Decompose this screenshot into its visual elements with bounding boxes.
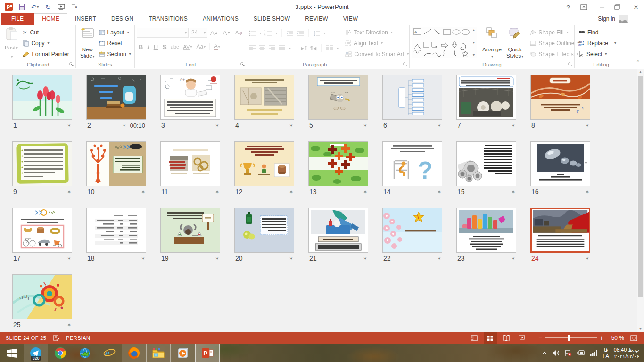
- font-size-combo[interactable]: 24▾: [190, 28, 207, 38]
- slide-sorter-area[interactable]: 1✶ 2✶00:10: [0, 69, 637, 332]
- slide-21-thumbnail[interactable]: [308, 208, 368, 253]
- tab-file[interactable]: FILE: [1, 13, 34, 25]
- slide-show-button[interactable]: [516, 332, 529, 344]
- slide-8-thumbnail[interactable]: ؟؟: [530, 75, 590, 120]
- slide-2-thumbnail[interactable]: [86, 75, 146, 120]
- slide-20-thumbnail[interactable]: [234, 208, 294, 253]
- slide-sorter-view-button[interactable]: [484, 332, 497, 344]
- fit-slide-to-window-button[interactable]: [627, 332, 640, 344]
- language-indicator[interactable]: PERSIAN: [66, 335, 90, 341]
- taskbar-powerpoint-button[interactable]: P: [195, 344, 220, 362]
- grow-font-button[interactable]: A▲: [208, 27, 220, 38]
- taskbar-firefox-button[interactable]: [122, 344, 146, 362]
- paste-button[interactable]: Paste▾: [2, 26, 21, 60]
- vertical-scrollbar[interactable]: ▲ ▼: [637, 69, 644, 332]
- shapes-gallery-scrollbar[interactable]: ▲▼▼̲: [471, 27, 477, 58]
- slide-24-thumbnail-selected[interactable]: [530, 208, 590, 253]
- increase-indent-button[interactable]: [297, 30, 304, 36]
- slide-17-thumbnail[interactable]: [12, 208, 72, 253]
- shape-outline-button[interactable]: Shape Outline▾: [528, 38, 581, 49]
- drawing-dialog-launcher[interactable]: [568, 62, 573, 67]
- paragraph-dialog-launcher[interactable]: [403, 62, 408, 67]
- slide-10-thumbnail[interactable]: [86, 141, 146, 186]
- zoom-slider-handle[interactable]: [568, 335, 570, 341]
- spell-check-icon[interactable]: [53, 335, 59, 341]
- zoom-percentage[interactable]: 50 %: [606, 335, 624, 341]
- hidden-icons-arrow[interactable]: [542, 351, 547, 355]
- slide-18-thumbnail[interactable]: [86, 208, 146, 253]
- slide-13-thumbnail[interactable]: [308, 141, 368, 186]
- tab-insert[interactable]: INSERT: [67, 14, 104, 25]
- slide-16-thumbnail[interactable]: [530, 141, 590, 186]
- replace-button[interactable]: abac Replace▾: [577, 38, 626, 49]
- tab-design[interactable]: DESIGN: [104, 14, 141, 25]
- quick-styles-button[interactable]: QuickStyles▾: [504, 26, 526, 60]
- shrink-font-button[interactable]: A▼: [221, 27, 233, 38]
- volume-icon[interactable]: [552, 350, 560, 356]
- taskbar-chrome-button[interactable]: [48, 344, 73, 362]
- underline-button[interactable]: U: [152, 41, 160, 52]
- slide-9-thumbnail[interactable]: [12, 141, 72, 186]
- tab-slideshow[interactable]: SLIDE SHOW: [246, 14, 297, 25]
- text-direction-button[interactable]: A Text Direction▾: [343, 27, 411, 38]
- justify-button[interactable]: [279, 45, 285, 51]
- text-shadow-button[interactable]: S: [160, 41, 168, 52]
- cut-button[interactable]: ✂Cut: [21, 27, 71, 38]
- slide-14-thumbnail[interactable]: ?: [382, 141, 442, 186]
- slide-5-thumbnail[interactable]: [308, 75, 368, 120]
- battery-icon[interactable]: [577, 350, 585, 356]
- action-center-flag-icon[interactable]: [564, 349, 572, 356]
- arrange-button[interactable]: Arrange▾: [480, 26, 504, 60]
- minimize-button[interactable]: ─: [597, 4, 607, 11]
- taskbar-telegram-button[interactable]: 328: [24, 344, 48, 362]
- tab-view[interactable]: VIEW: [336, 14, 365, 25]
- taskbar-clock[interactable]: ب.ظ 08:40 ۲۰۲۱/۱۲/۰۶: [614, 346, 639, 360]
- columns-button[interactable]: [326, 45, 333, 51]
- ltr-direction-button[interactable]: ¶◀: [310, 46, 316, 51]
- font-name-combo[interactable]: ▾: [137, 28, 189, 38]
- align-text-button[interactable]: Align Text▾: [343, 38, 411, 49]
- close-button[interactable]: ✕: [631, 4, 641, 11]
- input-language-indicator[interactable]: فاFA: [603, 347, 609, 359]
- font-color-button[interactable]: A▾: [212, 41, 222, 52]
- taskbar-ie-button[interactable]: e: [97, 344, 122, 362]
- help-button[interactable]: ?: [563, 4, 573, 11]
- format-painter-button[interactable]: Format Painter: [21, 49, 71, 59]
- collapse-ribbon-button[interactable]: ⌃: [636, 59, 640, 66]
- start-button[interactable]: [0, 344, 24, 362]
- taskbar-file-explorer-button[interactable]: [146, 344, 171, 362]
- sign-in-area[interactable]: Sign in: [598, 15, 628, 23]
- change-case-button[interactable]: Aa▾: [194, 41, 207, 52]
- numbering-button[interactable]: 123: [264, 30, 272, 36]
- slide-6-thumbnail[interactable]: [382, 75, 442, 120]
- decrease-indent-button[interactable]: [286, 30, 294, 36]
- slide-22-thumbnail[interactable]: ؟: [382, 208, 442, 253]
- tab-home[interactable]: HOME: [34, 13, 67, 25]
- slide-11-thumbnail[interactable]: [160, 141, 220, 186]
- new-slide-button[interactable]: NewSlide▾: [78, 26, 97, 60]
- slide-15-thumbnail[interactable]: [456, 141, 516, 186]
- tab-transitions[interactable]: TRANSITIONS: [141, 14, 195, 25]
- align-left-button[interactable]: [249, 45, 256, 51]
- network-signal-icon[interactable]: [590, 350, 598, 356]
- shapes-gallery[interactable]: A: [412, 27, 477, 58]
- bold-button[interactable]: B: [137, 41, 145, 52]
- normal-view-button[interactable]: [468, 332, 481, 344]
- font-dialog-launcher[interactable]: [240, 62, 245, 67]
- character-spacing-button[interactable]: AV▾: [182, 41, 194, 52]
- italic-button[interactable]: I: [145, 41, 151, 52]
- align-right-button[interactable]: [269, 45, 275, 51]
- slide-12-thumbnail[interactable]: [234, 141, 294, 186]
- slide-19-thumbnail[interactable]: [160, 208, 220, 253]
- zoom-in-button[interactable]: +: [600, 334, 603, 342]
- tab-review[interactable]: REVIEW: [297, 14, 336, 25]
- shape-effects-button[interactable]: Shape Effects▾: [528, 49, 581, 59]
- zoom-out-button[interactable]: −: [538, 334, 542, 342]
- slide-7-thumbnail[interactable]: [456, 75, 516, 120]
- slide-25-thumbnail[interactable]: پایان: [12, 274, 72, 319]
- find-button[interactable]: Find: [577, 27, 626, 38]
- shape-fill-button[interactable]: Shape Fill▾: [528, 27, 581, 38]
- clear-formatting-button[interactable]: A: [233, 27, 244, 38]
- ribbon-display-options-button[interactable]: [580, 4, 590, 10]
- strikethrough-button[interactable]: abc: [169, 41, 181, 52]
